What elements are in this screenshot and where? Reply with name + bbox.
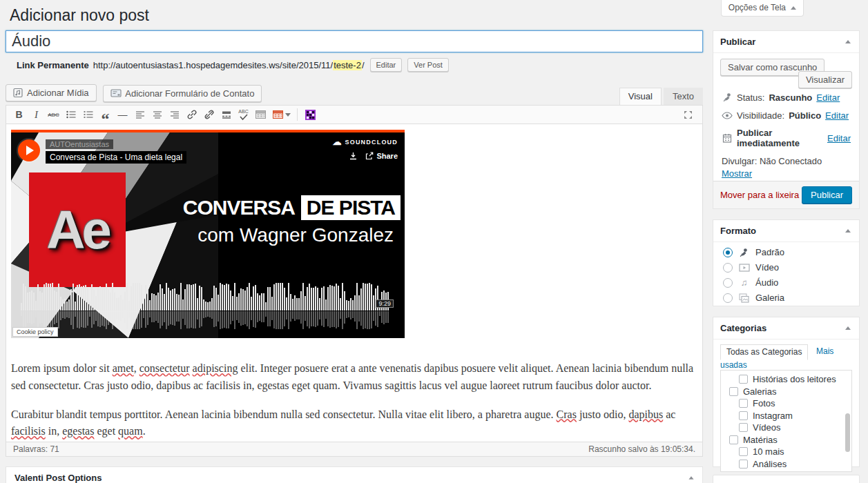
checkbox[interactable] <box>729 387 738 396</box>
checkbox[interactable] <box>739 375 748 384</box>
collapse-icon[interactable] <box>688 476 693 480</box>
show-title-line2: com Wagner Gonzalez <box>183 224 401 247</box>
format-option-video[interactable]: Vídeo <box>723 262 849 273</box>
checkbox[interactable] <box>739 447 748 456</box>
format-option-audio[interactable]: ♫ Áudio <box>723 277 849 288</box>
category-label: Matérias <box>743 435 778 445</box>
edit-visibility-link[interactable]: Editar <box>825 110 849 121</box>
track-title[interactable]: Conversa de Pista - Uma dieta legal <box>46 151 186 164</box>
edit-permalink-button[interactable]: Editar <box>370 58 403 72</box>
checkbox[interactable] <box>739 411 748 420</box>
checkbox[interactable] <box>739 460 748 469</box>
checkbox[interactable] <box>739 423 748 432</box>
align-center-icon[interactable] <box>148 107 166 122</box>
tab-visual[interactable]: Visual <box>619 88 662 106</box>
publish-actions: Salvar como rascunho Visualizar <box>713 53 859 92</box>
page-title: Adicionar novo post <box>10 6 149 26</box>
toolbar-toggle-icon[interactable] <box>252 107 269 122</box>
tablepress-icon[interactable] <box>302 107 319 122</box>
category-item[interactable]: Instagram <box>721 410 851 422</box>
horizontal-rule-icon[interactable]: — <box>114 107 131 122</box>
checkbox[interactable] <box>739 471 748 472</box>
collapse-icon[interactable] <box>845 229 851 233</box>
categories-panel-header[interactable]: Categorias <box>713 317 859 339</box>
track-artist[interactable]: AUTOentusiastas <box>46 139 113 149</box>
publish-button[interactable]: Publicar <box>802 186 852 204</box>
radio-unselected[interactable] <box>723 293 733 303</box>
contact-form-icon <box>110 88 122 98</box>
editor-mode-tabs: Visual Texto <box>617 88 703 106</box>
category-label: Instagram <box>753 411 793 421</box>
preview-button[interactable]: Visualizar <box>798 71 852 88</box>
category-item[interactable]: Vídeos <box>721 422 851 434</box>
scrollbar-thumb[interactable] <box>845 413 850 452</box>
more-tag-icon[interactable] <box>218 107 235 122</box>
blockquote-icon[interactable]: “ <box>97 107 114 122</box>
italic-icon[interactable]: I <box>28 107 45 122</box>
collapse-icon[interactable] <box>845 40 851 43</box>
publish-panel-header[interactable]: Publicar <box>713 31 859 53</box>
categories-tabs: Todas as Categorias Mais usadas <box>713 339 859 370</box>
radio-unselected[interactable] <box>723 278 733 288</box>
waveform[interactable] <box>21 283 394 329</box>
category-item[interactable]: Histórias dos leitores <box>721 373 851 386</box>
bulleted-list-icon[interactable] <box>62 107 79 122</box>
screen-options-button[interactable]: Opções de Tela <box>721 0 804 17</box>
word-count-value: 71 <box>50 444 59 454</box>
category-item[interactable]: 10 mais <box>721 446 851 458</box>
edit-schedule-link[interactable]: Editar <box>827 133 851 144</box>
spellcheck-icon[interactable]: ABC <box>235 107 252 122</box>
editor-content-area[interactable]: AUTOentusiastas Conversa de Pista - Uma … <box>6 124 703 442</box>
bold-icon[interactable]: B <box>10 107 28 122</box>
align-left-icon[interactable] <box>131 107 148 122</box>
schedule-row: Publicar imediatamente Editar <box>722 128 851 148</box>
format-option-label: Padrão <box>755 247 784 257</box>
visibility-row: Visibilidade: Público Editar <box>722 110 851 121</box>
calendar-icon <box>722 133 733 143</box>
format-option-padrao[interactable]: Padrão <box>723 247 849 257</box>
soundcloud-embed[interactable]: AUTOentusiastas Conversa de Pista - Uma … <box>11 130 405 338</box>
insert-link-icon[interactable] <box>183 107 200 122</box>
share-button[interactable]: Share <box>365 152 398 160</box>
publicize-show-link[interactable]: Mostrar <box>722 168 752 179</box>
view-post-button[interactable]: Ver Post <box>407 58 449 72</box>
category-label: Vídeos <box>753 422 780 433</box>
radio-unselected[interactable] <box>723 263 733 273</box>
category-item[interactable]: Aviação <box>721 470 851 472</box>
permalink-slug[interactable]: teste-2 <box>333 60 362 70</box>
format-panel-header[interactable]: Formato <box>713 220 859 242</box>
category-item[interactable]: Matérias <box>721 434 851 446</box>
fullscreen-icon[interactable] <box>679 107 697 122</box>
radio-selected[interactable] <box>723 248 733 257</box>
move-to-trash-link[interactable]: Mover para a lixeira <box>720 190 799 200</box>
post-title-input[interactable] <box>6 30 703 52</box>
add-contact-form-button[interactable]: Adicionar Formulário de Contato <box>103 85 262 102</box>
valenti-panel-header[interactable]: Valenti Post Options <box>6 467 702 483</box>
checkbox[interactable] <box>739 399 748 408</box>
permalink-url-base: http://autoentusiastas1.hospedagemdesite… <box>93 60 333 70</box>
edit-status-link[interactable]: Editar <box>816 92 840 103</box>
category-item[interactable]: Fotos <box>721 397 851 410</box>
table-dropdown-caret[interactable] <box>285 113 291 117</box>
track-duration: 9:29 <box>376 299 394 308</box>
checkbox[interactable] <box>729 435 738 444</box>
format-option-galeria[interactable]: Galeria <box>723 293 849 303</box>
strikethrough-icon[interactable]: ABC <box>45 107 62 122</box>
table-icon[interactable] <box>269 107 293 122</box>
categories-list[interactable]: Histórias dos leitoresGaleriasFotosInsta… <box>720 370 852 472</box>
download-button[interactable] <box>349 152 357 160</box>
numbered-list-icon[interactable] <box>79 107 97 122</box>
editor-status-bar: Palavras: 71 Rascunho salvo às 19:05:34. <box>6 442 703 457</box>
play-button[interactable] <box>18 139 40 161</box>
tab-all-categories[interactable]: Todas as Categorias <box>720 344 808 360</box>
category-item[interactable]: Galerias <box>721 386 851 398</box>
remove-link-icon[interactable] <box>200 107 218 122</box>
align-right-icon[interactable] <box>166 107 183 122</box>
add-media-button[interactable]: Adicionar Mídia <box>6 84 97 101</box>
cookie-policy-link[interactable]: Cookie policy <box>12 327 58 337</box>
post-body-text[interactable]: Lorem ipsum dolor sit amet, consectetur … <box>11 360 697 440</box>
tab-text[interactable]: Texto <box>664 88 703 106</box>
category-item[interactable]: Análises <box>721 458 851 471</box>
soundcloud-logo[interactable]: ☁ SOUNDCLOUD <box>333 139 398 146</box>
collapse-icon[interactable] <box>845 326 851 330</box>
